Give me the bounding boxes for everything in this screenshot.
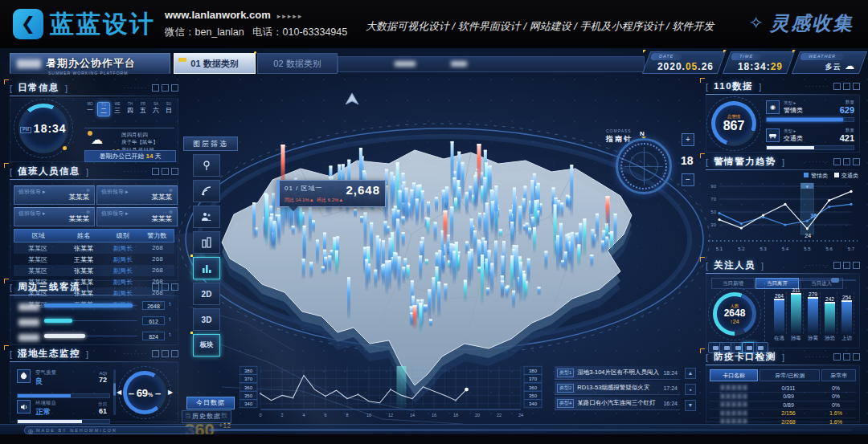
- week-day[interactable]: WE三: [112, 102, 123, 116]
- column-header[interactable]: 区域: [14, 230, 62, 242]
- tab-data-category-1[interactable]: 01 数据类别: [174, 53, 256, 74]
- card-more-icon[interactable]: ··· ⊗: [80, 187, 90, 193]
- alert-row[interactable]: 类型4某路口有小汽车连闯三个红灯16:24: [555, 397, 680, 410]
- scroll-up-button[interactable]: ▲: [685, 368, 696, 379]
- expand-icon[interactable]: [853, 353, 860, 360]
- alert-row[interactable]: 类型2RD13-53烟感报警疑似火灾17:24: [555, 381, 680, 395]
- alert-row[interactable]: 类型1湿地3-104片区有不明人员闯入18:24: [555, 366, 680, 380]
- table-cell: 268: [141, 254, 174, 265]
- speaker-icon: [17, 400, 31, 413]
- week-day[interactable]: SA六: [150, 102, 162, 116]
- week-day[interactable]: SU日: [163, 102, 174, 116]
- minimize-icon[interactable]: [833, 158, 841, 165]
- layer-building-button[interactable]: [193, 231, 220, 254]
- expand-icon[interactable]: [171, 168, 178, 175]
- inspiration-collect[interactable]: ✧ 灵感收集: [749, 10, 854, 36]
- services-line: 大数据可视化设计 / 软件界面设计 / 网站建设 / 手机及小程序设计 / 软件…: [366, 19, 735, 34]
- restore-icon[interactable]: [162, 283, 169, 291]
- expand-icon[interactable]: [853, 158, 860, 165]
- table-cell: 268: [141, 265, 174, 276]
- expand-icon[interactable]: [171, 84, 178, 92]
- website-url[interactable]: www.lanlanwork.com▸▸▸▸▸: [165, 9, 303, 21]
- panel-title: 关注人员: [714, 259, 755, 271]
- duty-leader-card[interactable]: 值班领导 ▸··· ⊗某某某: [96, 207, 178, 226]
- duty-leader-card[interactable]: 值班领导 ▸··· ⊗某某某: [14, 207, 95, 226]
- focus-slider[interactable]: [771, 279, 856, 281]
- week-day[interactable]: TH四: [125, 102, 136, 116]
- cursor-icon: [346, 93, 358, 104]
- minimize-icon[interactable]: [833, 262, 841, 269]
- zoom-out-button[interactable]: −: [682, 173, 694, 186]
- svg-text:90: 90: [710, 184, 716, 189]
- minimize-icon[interactable]: [833, 83, 841, 90]
- bar-divider: [803, 292, 804, 334]
- compass-dial[interactable]: [616, 138, 672, 194]
- platform-subtitle: SUMMER WORKING PLATFORM: [48, 71, 128, 75]
- layer-signal-button[interactable]: [193, 180, 220, 202]
- table-cell: 副局长: [105, 265, 141, 276]
- alert-tag: 类型4: [557, 399, 574, 408]
- today-data-button[interactable]: 今日数据: [186, 397, 235, 409]
- week-day[interactable]: FR五: [137, 102, 149, 116]
- focus-bar: 311涉毒: [791, 293, 801, 334]
- restore-icon[interactable]: [843, 353, 850, 360]
- svg-text:14: 14: [410, 413, 415, 418]
- scroll-down-button[interactable]: ▼: [685, 400, 696, 411]
- table-cell: 某某区: [14, 242, 62, 254]
- expand-icon[interactable]: [171, 350, 178, 357]
- minimize-icon[interactable]: [152, 168, 159, 175]
- duty-leader-card[interactable]: 值班领导 ▸··· ⊗某某某: [14, 185, 95, 205]
- cloud-icon: ☁: [845, 60, 855, 71]
- topbar-rail: [338, 56, 645, 72]
- restore-icon[interactable]: [843, 158, 850, 165]
- layer-camera-button[interactable]: [193, 154, 220, 177]
- restore-icon[interactable]: [162, 350, 169, 357]
- expand-icon[interactable]: [853, 262, 860, 269]
- zoom-in-button[interactable]: +: [682, 133, 694, 146]
- week-day[interactable]: TU二: [97, 102, 110, 116]
- expand-icon[interactable]: [853, 83, 860, 90]
- minimize-icon[interactable]: [152, 84, 159, 92]
- minimize-icon[interactable]: [833, 353, 841, 360]
- layer-2d-button[interactable]: 2D: [193, 283, 220, 305]
- duty-leader-card[interactable]: 值班领导 ▸··· ⊗某某某: [96, 185, 178, 205]
- svg-text:340: 340: [529, 401, 538, 406]
- expand-icon[interactable]: [171, 283, 178, 291]
- restore-icon[interactable]: [162, 168, 169, 175]
- gauge-right-arrow-icon[interactable]: ▶: [168, 389, 173, 396]
- card-more-icon[interactable]: ··· ⊗: [162, 209, 173, 214]
- layer-3d-button[interactable]: 3D: [193, 308, 220, 331]
- tab-data-category-2[interactable]: 02 数据类别: [257, 53, 338, 74]
- eco-divider-scrollbar[interactable]: [113, 369, 116, 415]
- alarm-type-item: ◉ 类型 ▸警情类 数量629: [766, 100, 854, 122]
- gauge-left-arrow-icon[interactable]: ◀: [117, 389, 121, 396]
- checkpoint-column-header[interactable]: 异常/已检测: [760, 369, 820, 381]
- column-header[interactable]: 警力数: [140, 230, 174, 242]
- checkpoint-column-header[interactable]: 卡口名称: [710, 369, 758, 381]
- layer-board-button[interactable]: 板块: [193, 334, 220, 356]
- svg-text:5.5: 5.5: [804, 246, 811, 251]
- week-day[interactable]: MO一: [84, 102, 96, 116]
- dashboard: 暑期办公协作平台 SUMMER WORKING PLATFORM 01 数据类别…: [0, 48, 868, 444]
- column-header[interactable]: 级别: [105, 230, 141, 242]
- layer-chart-button[interactable]: [193, 257, 220, 279]
- flow-value: 824: [142, 332, 165, 340]
- restore-icon[interactable]: [843, 83, 850, 90]
- alert-text: RD13-53烟感报警疑似火灾: [577, 384, 661, 392]
- minimize-icon[interactable]: [152, 350, 159, 357]
- window-controls: [152, 350, 178, 357]
- column-header[interactable]: 姓名: [62, 230, 104, 242]
- card-more-icon[interactable]: ··· ⊗: [162, 187, 173, 193]
- scroll-dot[interactable]: ●: [685, 384, 696, 395]
- card-more-icon[interactable]: ··· ⊗: [80, 209, 90, 214]
- history-data-button[interactable]: 历史数据: [182, 410, 231, 423]
- minimize-icon[interactable]: [152, 283, 159, 291]
- footer-rail: [209, 429, 852, 431]
- svg-text:30: 30: [710, 222, 716, 227]
- layer-people-button[interactable]: [193, 206, 220, 228]
- data110-body: 总警情867 ◉ 类型 ▸警情类 数量629: [706, 95, 860, 153]
- restore-icon[interactable]: [162, 84, 169, 92]
- bar-value: 311: [791, 287, 801, 293]
- checkpoint-column-header[interactable]: 异常率: [821, 369, 856, 381]
- restore-icon[interactable]: [843, 262, 850, 269]
